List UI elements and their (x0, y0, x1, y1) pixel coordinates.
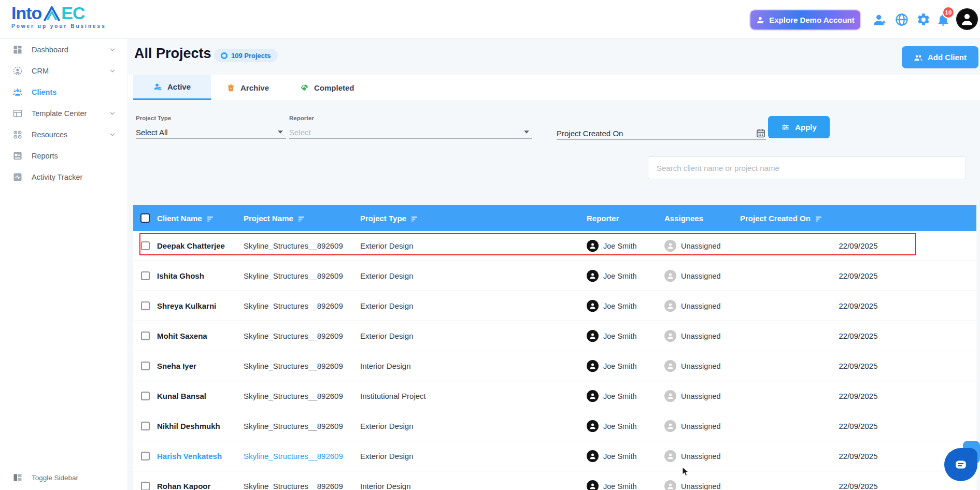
main-content: All Projects 109 Projects Add Client Act… (128, 39, 980, 490)
row-checkbox[interactable] (141, 301, 150, 310)
client-name[interactable]: Nikhil Deshmukh (157, 422, 244, 430)
assignee-cell: Unassigned (664, 240, 740, 252)
column-header-project-type[interactable]: Project Type (360, 214, 587, 223)
chat-launcher-button[interactable] (944, 448, 977, 481)
reporter-label: Reporter (289, 115, 532, 121)
project-name[interactable]: Skyline_Structures__892609 (244, 392, 360, 400)
sidebar-item-clients[interactable]: Clients (0, 81, 127, 103)
add-user-icon[interactable] (873, 12, 887, 27)
language-globe-icon[interactable] (894, 12, 909, 27)
client-name[interactable]: Ishita Ghosh (157, 271, 244, 280)
client-name[interactable]: Mohit Saxena (157, 332, 244, 340)
circle-ring-icon (221, 52, 228, 59)
table-row[interactable]: Sneha Iyer Skyline_Structures__892609 In… (133, 351, 976, 381)
sidebar-item-activity-tracker[interactable]: Activity Tracker (0, 166, 127, 188)
toggle-sidebar-button[interactable]: Toggle Sidebar (12, 472, 78, 483)
column-header-project-created-on[interactable]: Project Created On (740, 214, 976, 223)
people-icon (914, 53, 923, 62)
table-row[interactable]: Shreya Kulkarni Skyline_Structures__8926… (133, 291, 976, 321)
row-checkbox[interactable] (141, 422, 150, 430)
reporter-avatar (587, 420, 599, 432)
sort-icon[interactable] (815, 215, 822, 221)
project-name[interactable]: Skyline_Structures__892609 (244, 271, 360, 280)
table-row[interactable]: Rohan Kapoor Skyline_Structures__892609 … (133, 471, 976, 490)
project-created-date: 22/09/2025 (740, 332, 976, 340)
chevron-down-icon (524, 131, 529, 134)
project-created-date: 22/09/2025 (740, 482, 976, 490)
sidebar-item-template-center[interactable]: Template Center (0, 103, 127, 124)
project-type-select[interactable]: Select All (136, 126, 286, 139)
reporter-avatar (587, 240, 599, 252)
sidebar-item-label: Dashboard (32, 46, 68, 54)
reporter-name: Joe Smith (603, 242, 636, 250)
project-name[interactable]: Skyline_Structures__892609 (244, 452, 360, 460)
top-header-bar: Into EC Power up your Business Explore D… (0, 0, 980, 39)
client-name[interactable]: Harish Venkatesh (157, 452, 244, 460)
table-row[interactable]: Deepak Chatterjee Skyline_Structures__89… (133, 231, 976, 261)
row-checkbox[interactable] (141, 452, 150, 460)
apply-filters-button[interactable]: Apply (768, 116, 830, 138)
assignee-avatar (664, 300, 676, 312)
project-name[interactable]: Skyline_Structures__892609 (244, 482, 360, 490)
user-avatar[interactable] (956, 8, 978, 30)
project-name[interactable]: Skyline_Structures__892609 (244, 362, 360, 370)
project-created-on-datepicker[interactable]: Project Created On (557, 127, 766, 140)
sort-icon[interactable] (207, 215, 214, 221)
assignee-cell: Unassigned (664, 390, 740, 402)
explore-demo-account-button[interactable]: Explore Demo Account (750, 10, 860, 30)
table-row[interactable]: Ishita Ghosh Skyline_Structures__892609 … (133, 261, 976, 291)
project-created-date: 22/09/2025 (740, 362, 976, 370)
column-header-project-name[interactable]: Project Name (244, 214, 360, 223)
project-name[interactable]: Skyline_Structures__892609 (244, 241, 360, 250)
table-row[interactable]: Nikhil Deshmukh Skyline_Structures__8926… (133, 411, 976, 441)
calendar-icon[interactable] (756, 127, 766, 139)
table-row[interactable]: Mohit Saxena Skyline_Structures__892609 … (133, 321, 976, 351)
activity-icon (12, 172, 23, 182)
project-type-filter[interactable]: Project Type Select All (136, 115, 286, 139)
template-icon (12, 108, 23, 119)
row-checkbox[interactable] (141, 241, 150, 250)
row-checkbox[interactable] (141, 362, 150, 370)
logo-tagline: Power up your Business (11, 23, 106, 29)
row-checkbox-cell (133, 271, 157, 280)
chevron-down-icon (109, 46, 116, 53)
client-name[interactable]: Shreya Kulkarni (157, 301, 244, 310)
person-check-icon (153, 82, 162, 91)
sort-icon[interactable] (411, 215, 418, 221)
reporter-cell: Joe Smith (587, 330, 664, 342)
sort-icon[interactable] (298, 215, 305, 221)
table-row[interactable]: Harish Venkatesh Skyline_Structures__892… (133, 441, 976, 471)
table-row[interactable]: Kunal Bansal Skyline_Structures__892609 … (133, 381, 976, 411)
search-input[interactable] (648, 156, 966, 179)
tab-archive[interactable]: Archive (211, 75, 285, 100)
sidebar-item-resources[interactable]: Resources (0, 124, 127, 145)
project-name[interactable]: Skyline_Structures__892609 (244, 422, 360, 430)
project-name[interactable]: Skyline_Structures__892609 (244, 332, 360, 340)
reporter-select[interactable]: Select (289, 126, 532, 139)
reporter-cell: Joe Smith (587, 450, 664, 462)
add-client-button[interactable]: Add Client (902, 46, 978, 68)
project-created-date: 22/09/2025 (740, 271, 976, 280)
project-created-on-filter[interactable]: Project Created On (557, 115, 766, 140)
client-name[interactable]: Sneha Iyer (157, 362, 244, 370)
row-checkbox[interactable] (141, 392, 150, 400)
client-name[interactable]: Deepak Chatterjee (157, 241, 244, 250)
sidebar-item-dashboard[interactable]: Dashboard (0, 39, 127, 60)
reporter-filter[interactable]: Reporter Select (289, 115, 532, 139)
select-all-checkbox[interactable] (140, 213, 150, 223)
client-name[interactable]: Kunal Bansal (157, 392, 244, 400)
chat-icon (954, 458, 968, 471)
sidebar-item-reports[interactable]: Reports (0, 145, 127, 166)
row-checkbox[interactable] (141, 271, 150, 280)
row-checkbox[interactable] (141, 482, 150, 490)
row-checkbox[interactable] (141, 332, 150, 340)
client-name[interactable]: Rohan Kapoor (157, 482, 244, 490)
reporter-avatar (587, 390, 599, 402)
app-logo[interactable]: Into EC Power up your Business (11, 4, 106, 29)
tab-active[interactable]: Active (133, 75, 211, 100)
settings-gear-icon[interactable] (916, 12, 931, 27)
project-name[interactable]: Skyline_Structures__892609 (244, 301, 360, 310)
tab-completed[interactable]: Completed (285, 75, 370, 100)
column-header-client-name[interactable]: Client Name (157, 214, 244, 223)
sidebar-item-crm[interactable]: CRM (0, 60, 127, 81)
